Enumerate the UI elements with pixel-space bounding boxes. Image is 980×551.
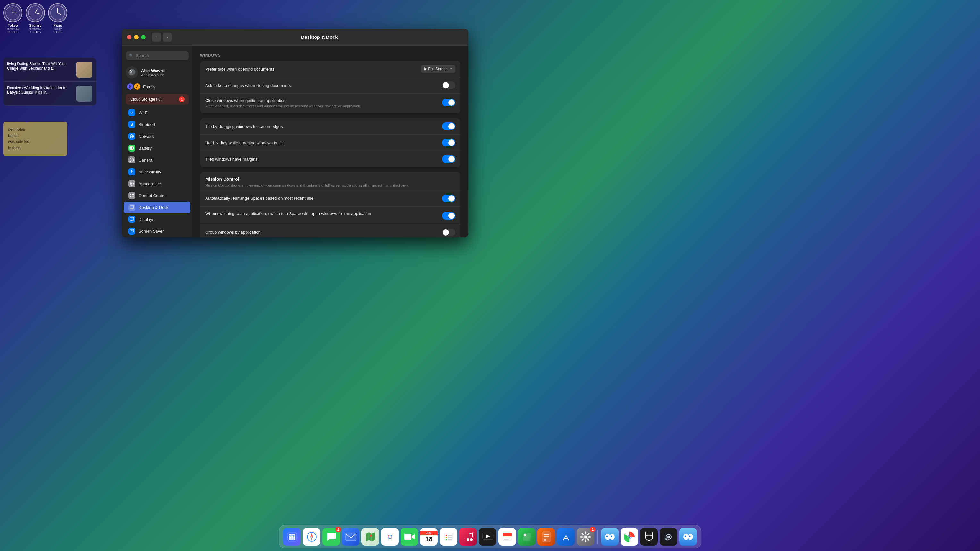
tile-drag-toggle[interactable] (442, 122, 455, 130)
sidebar-item-general[interactable]: General (124, 154, 191, 166)
general-icon (128, 156, 135, 164)
dock-icon-epicgames[interactable] (640, 528, 658, 546)
dock-icon-numbers[interactable] (518, 528, 536, 546)
dock-icon-calendar[interactable]: JUL 18 (420, 528, 438, 546)
svg-point-19 (132, 170, 132, 171)
clock-tokyo: Tokyo Tomorrow +16HRS (3, 3, 22, 34)
dock-icon-finder[interactable] (601, 528, 619, 546)
hold-key-toggle[interactable] (442, 139, 455, 146)
svg-point-40 (289, 536, 291, 538)
sidebar-item-appearance[interactable]: Appearance (124, 178, 191, 189)
dock-icon-steam[interactable] (660, 528, 677, 546)
tiled-margins-label: Tiled windows have margins (205, 157, 438, 162)
mission-control-header-area: Mission Control Mission Control shows an… (200, 172, 460, 190)
svg-point-3 (12, 12, 13, 13)
dock-icon-launchpad[interactable] (283, 528, 301, 546)
network-icon (128, 133, 135, 140)
ask-changes-toggle[interactable] (442, 81, 455, 89)
avatar-emoji: 🎱 (128, 68, 136, 76)
dock-icon-sysprefs[interactable]: 1 (577, 528, 594, 546)
sidebar-item-wifi[interactable]: Wi-Fi (124, 107, 191, 118)
sidebar-item-displays[interactable]: Displays (124, 213, 191, 225)
sidebar-item-accessibility[interactable]: Accessibility (124, 166, 191, 178)
svg-rect-16 (130, 147, 132, 149)
dock-icon-appstore[interactable] (557, 528, 575, 546)
svg-line-97 (588, 539, 589, 540)
dock-icon-reminders[interactable] (440, 528, 457, 546)
search-box[interactable]: 🔍 (126, 51, 189, 60)
icloud-badge: 1 (179, 97, 185, 102)
dock-icon-music[interactable] (459, 528, 477, 546)
close-windows-label: Close windows when quitting an applicati… (205, 98, 438, 103)
svg-point-118 (689, 535, 690, 537)
prefer-tabs-dropdown[interactable]: In Full Screen ⌃ (421, 65, 455, 73)
svg-line-99 (582, 539, 583, 540)
auto-rearrange-toggle[interactable] (442, 195, 455, 202)
close-windows-row: Close windows when quitting an applicati… (200, 94, 460, 113)
wifi-icon (128, 109, 135, 116)
dock-icon-finder2[interactable] (679, 528, 697, 546)
appearance-icon (128, 180, 135, 187)
mission-control-desc: Mission Control shows an overview of you… (205, 183, 455, 188)
close-button[interactable] (127, 35, 132, 40)
svg-rect-77 (503, 533, 512, 536)
sidebar-item-family[interactable]: K A Family (122, 81, 192, 92)
dock-icon-chrome[interactable] (620, 528, 638, 546)
back-button[interactable]: ‹ (152, 33, 161, 42)
family-avatars: K A (127, 83, 140, 90)
news-headline-2: Receives Wedding Invitation der to Babys… (7, 86, 73, 102)
tiled-margins-toggle[interactable] (442, 155, 455, 163)
svg-rect-23 (130, 196, 132, 197)
window-title: Desktop & Dock (176, 34, 463, 40)
svg-point-54 (370, 535, 372, 537)
svg-point-103 (606, 535, 608, 537)
close-windows-toggle[interactable] (442, 99, 455, 106)
group-windows-toggle[interactable] (442, 229, 455, 236)
news-item-1[interactable]: ifying Dating Stories That Will You Crin… (3, 58, 96, 82)
sidebar-label-bluetooth: Bluetooth (138, 122, 156, 127)
dock: 2 (279, 525, 701, 548)
dock-icon-photos[interactable] (381, 528, 399, 546)
dock-icon-facetime[interactable] (401, 528, 418, 546)
dock-icon-mail[interactable] (342, 528, 360, 546)
svg-line-5 (35, 9, 37, 13)
sidebar-label-appearance: Appearance (138, 181, 161, 186)
sidebar-label-screensaver: Screen Saver (138, 229, 164, 233)
svg-point-117 (684, 535, 686, 537)
dock-icon-appletv[interactable] (479, 528, 496, 546)
svg-point-39 (293, 534, 295, 536)
dock-icon-pages[interactable] (538, 528, 555, 546)
sidebar-item-network[interactable]: Network (124, 130, 191, 142)
svg-point-69 (446, 537, 447, 538)
sidebar-label-displays: Displays (138, 217, 154, 222)
ask-changes-row: Ask to keep changes when closing documen… (200, 77, 460, 94)
svg-point-101 (605, 534, 610, 540)
switch-space-toggle[interactable] (442, 212, 455, 219)
news-item-2[interactable]: Receives Wedding Invitation der to Babys… (3, 82, 96, 106)
windows-section-header: Windows (200, 53, 460, 58)
dock-icon-maps[interactable] (361, 528, 379, 546)
minimize-button[interactable] (134, 35, 138, 40)
search-input[interactable] (136, 53, 185, 58)
sidebar-item-screensaver[interactable]: Screen Saver (124, 225, 191, 237)
sidebar-item-bluetooth[interactable]: B Bluetooth (124, 119, 191, 130)
sidebar-item-control[interactable]: Control Center (124, 190, 191, 201)
maximize-button[interactable] (141, 35, 146, 40)
icloud-banner[interactable]: iCloud Storage Full 1 (126, 94, 189, 105)
dock-icon-safari[interactable] (303, 528, 320, 546)
sidebar-item-battery[interactable]: Battery (124, 142, 191, 154)
notes-widget: den notes bandit was cute kid le rocks (3, 122, 67, 156)
screensaver-icon (128, 227, 135, 235)
window-body: 🔍 🎱 Alex Wawro Apple Account K A (122, 46, 468, 237)
tiling-card: Tile by dragging windows to screen edges… (200, 118, 460, 167)
svg-point-114 (667, 536, 670, 538)
dock-icon-messages[interactable]: 2 (322, 528, 340, 546)
svg-rect-24 (132, 196, 134, 197)
user-info: Alex Wawro Apple Account (141, 68, 164, 77)
user-section[interactable]: 🎱 Alex Wawro Apple Account (122, 64, 192, 81)
dock-icon-news[interactable] (498, 528, 516, 546)
tile-drag-row: Tile by dragging windows to screen edges (200, 118, 460, 135)
sidebar-item-desktop[interactable]: Desktop & Dock (124, 202, 191, 213)
forward-button[interactable]: › (163, 33, 172, 42)
toggle-knob (448, 156, 455, 162)
